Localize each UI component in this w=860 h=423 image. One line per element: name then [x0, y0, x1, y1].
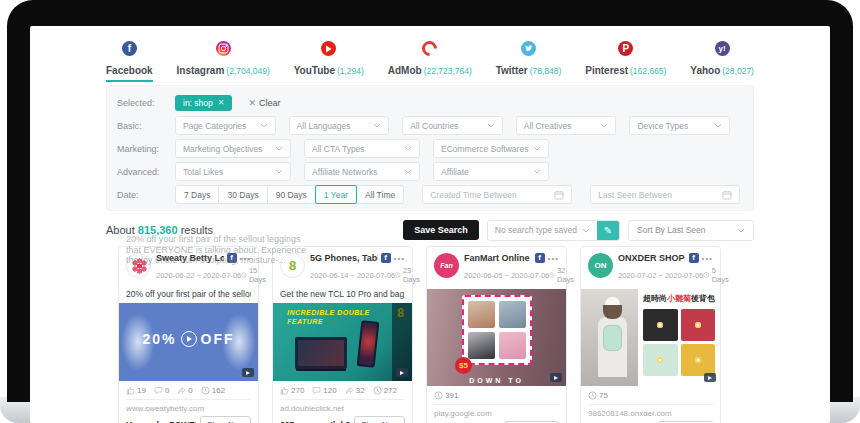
saved-search-dropdown[interactable]: No search type saved ✎ [487, 220, 620, 241]
tab-count: (162,665) [630, 66, 666, 76]
clock-icon [549, 271, 555, 279]
tab-youtube[interactable]: YouTube(1,294) [294, 41, 364, 78]
selected-tag[interactable]: in: shop ✕ [175, 95, 232, 111]
page-categories-select[interactable]: Page Categories [175, 116, 276, 135]
tab-admob[interactable]: AdMob(22,723,764) [388, 41, 472, 78]
calendar-icon [554, 190, 564, 200]
created-time-between-input[interactable]: Created Time Between [422, 185, 572, 204]
marketing-objectives-select[interactable]: Marketing Objectives [175, 139, 291, 158]
ad-creative-video[interactable]: $5 DOWN TO [427, 289, 566, 386]
edit-saved-search-button[interactable]: ✎ [597, 221, 619, 240]
clock-icon [201, 386, 210, 395]
facebook-icon: f [381, 253, 391, 263]
chevron-down-icon [404, 146, 412, 151]
ad-duration: 5 Days [712, 266, 731, 284]
tab-twitter[interactable]: Twitter(78,848) [496, 41, 562, 78]
stat-value: 120 [323, 386, 336, 395]
results-count: 815,360 [138, 224, 178, 236]
more-options-icon[interactable]: ••• [240, 254, 251, 263]
filter-panel: Selected: in: shop ✕ ✕ Clear Basic: Page… [106, 85, 754, 211]
ad-date-range: 2020-06-05 ~ 2020-07-06 [464, 271, 549, 280]
clock-icon [395, 271, 401, 279]
creative-title: 超時尚小雛菊後背包 [643, 293, 715, 304]
ad-link-domain[interactable]: www.sweatybetty.com [126, 404, 251, 413]
save-search-button[interactable]: Save Search [403, 220, 479, 240]
date-option-90-days[interactable]: 90 Days [267, 185, 316, 204]
stat-value: 32 [356, 386, 365, 395]
ad-creative-video[interactable]: 20% OFF [119, 303, 258, 381]
languages-select[interactable]: All Languages [289, 116, 390, 135]
play-icon[interactable] [181, 331, 197, 347]
clear-filters-button[interactable]: ✕ Clear [248, 98, 280, 108]
engagement-stats: 19 0 0 162 [126, 386, 251, 395]
shop-now-button[interactable]: Shop Now [354, 416, 405, 423]
share-icon [177, 386, 186, 395]
countries-select[interactable]: All Countries [402, 116, 503, 135]
tab-instagram[interactable]: Instagram(2,704,049) [177, 41, 270, 78]
clock-icon [241, 271, 247, 279]
tab-label: Twitter [496, 65, 528, 76]
more-options-icon[interactable]: ••• [548, 254, 559, 263]
creative-text: OFF [201, 331, 235, 347]
ad-link-domain[interactable]: play.google.com [434, 409, 559, 418]
advertiser-name[interactable]: Sweaty Betty London | Wom... [156, 253, 224, 263]
date-option-30-days[interactable]: 30 Days [218, 185, 267, 204]
ad-link-domain[interactable]: 986208148.onxder.com [588, 409, 713, 418]
chevron-down-icon [582, 228, 590, 233]
select-value: Affiliate [441, 167, 469, 177]
ad-text: Get the new TCL 10 Pro and bag a free TC… [280, 289, 405, 299]
cta-types-select[interactable]: All CTA Types [304, 139, 420, 158]
card-header: Fan FanMart Online Shopping - F... f •••… [434, 253, 559, 284]
selected-label: Selected: [117, 98, 175, 108]
last-seen-between-input[interactable]: Last Seen Between [590, 185, 740, 204]
advertiser-name[interactable]: ONXDER SHOP [618, 253, 686, 263]
advertiser-name[interactable]: FanMart Online Shopping - F... [464, 253, 532, 263]
video-format-icon [242, 368, 254, 377]
affiliate-select[interactable]: Affiliate [433, 162, 549, 181]
ad-creative-image[interactable]: 超時尚小雛菊後背包 [581, 289, 720, 386]
date-option-7-days[interactable]: 7 Days [175, 185, 219, 204]
ad-link-domain[interactable]: ad.doubleclick.net [280, 404, 405, 413]
stat-value: 272 [384, 386, 397, 395]
clock-icon [588, 391, 597, 400]
more-options-icon[interactable]: ••• [394, 254, 405, 263]
stat-value: 0 [165, 386, 169, 395]
tab-label: Instagram [177, 65, 225, 76]
tab-yahoo[interactable]: y! Yahoo(28,027) [690, 41, 754, 78]
divider [588, 404, 713, 405]
close-icon: ✕ [248, 98, 256, 108]
creative-product-grid [462, 295, 532, 365]
tab-label: AdMob [388, 65, 422, 76]
ecommerce-softwares-select[interactable]: ECommerce Softwares [433, 139, 549, 158]
selected-tag-label: in: shop [183, 98, 213, 108]
chevron-down-icon [737, 228, 745, 233]
facebook-icon: f [689, 253, 699, 263]
card-header: ON ONXDER SHOP f ••• 2020-07-02 ~ 2020-0… [588, 253, 713, 284]
ad-card: 8 5G Phones, Tablets & SIMs | ... f ••• … [272, 246, 413, 423]
chevron-down-icon [533, 169, 541, 174]
ad-date-range: 2020-07-02 ~ 2020-07-06 [618, 271, 703, 280]
tab-count: (1,294) [337, 66, 364, 76]
tab-pinterest[interactable]: P Pinterest(162,665) [585, 41, 666, 78]
total-likes-select[interactable]: Total Likes [175, 162, 291, 181]
ad-creative-video[interactable]: INCREDIBLE DOUBLEFEATURE 8 [273, 303, 412, 381]
page: f Facebook Instagram(2,704,049) YouTub [0, 0, 860, 423]
sort-dropdown[interactable]: Sort By Last Seen [628, 220, 754, 241]
tab-count: (22,723,764) [424, 66, 472, 76]
shop-now-button[interactable]: Shop Now [200, 416, 251, 423]
about-word: About [106, 224, 135, 236]
remove-tag-icon[interactable]: ✕ [218, 98, 225, 107]
ad-card: Fan FanMart Online Shopping - F... f •••… [426, 246, 567, 423]
ad-headline: £35 per month | £30 upfront | ... [280, 420, 350, 423]
device-types-select[interactable]: Device Types [629, 116, 730, 135]
date-option-all-time[interactable]: All Time [356, 185, 404, 204]
creatives-select[interactable]: All Creatives [516, 116, 617, 135]
date-option-1-year[interactable]: 1 Year [315, 185, 357, 204]
chevron-down-icon [373, 123, 381, 128]
more-options-icon[interactable]: ••• [702, 254, 713, 263]
affiliate-networks-select[interactable]: Affiliate Networks [304, 162, 420, 181]
tab-facebook[interactable]: f Facebook [106, 41, 153, 78]
comment-icon [154, 386, 163, 395]
card-header: Sweaty Betty London | Wom... f ••• 2020-… [126, 253, 251, 284]
advertiser-name[interactable]: 5G Phones, Tablets & SIMs | ... [310, 253, 378, 263]
